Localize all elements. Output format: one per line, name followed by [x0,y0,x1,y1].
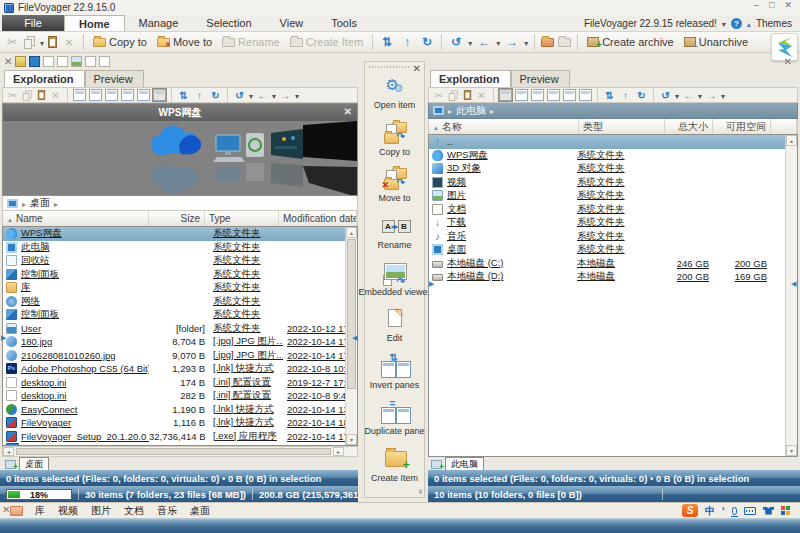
open-item-button[interactable]: ⚙⚙Open item [365,74,424,110]
scroll-thumb[interactable] [347,239,356,389]
locked-folder-icon[interactable] [558,38,571,47]
splitter-arrow-icon[interactable]: ◀ [791,280,796,288]
pane-cut-icon[interactable] [6,89,19,102]
file-row[interactable]: 桌面系统文件夹 [429,243,797,257]
pane-up-icon[interactable] [193,89,206,102]
breadcrumb-location[interactable]: 桌面 [30,196,50,210]
file-row[interactable]: ♪音乐系统文件夹 [429,230,797,244]
breadcrumb-location[interactable]: 此电脑 [456,104,486,118]
quick-link-4[interactable]: 音乐 [157,504,177,518]
header-date[interactable]: Modification date [279,211,357,226]
pane-forward-icon[interactable] [705,89,718,102]
view-tiles-icon[interactable] [515,89,528,101]
file-row[interactable]: FileVoyager_Setup_20.1.20.0_Full.exe32,7… [3,430,357,444]
maximize-button[interactable] [769,0,774,10]
file-row[interactable]: WPS网盘系统文件夹 [3,227,357,241]
quick-link-2[interactable]: 图片 [91,504,111,518]
file-row[interactable]: 本地磁盘 (C:)本地磁盘246 GB200 GB [429,257,797,271]
close-pane-icon[interactable] [784,56,792,67]
links-folder-icon[interactable] [10,506,23,516]
file-row[interactable]: 控制面板系统文件夹 [3,268,357,282]
back-caret-icon[interactable] [496,36,500,48]
copy-icon[interactable] [24,39,32,49]
help-icon[interactable]: ? [731,18,742,29]
pane-forward-icon[interactable] [279,89,292,102]
history-icon[interactable] [448,34,464,50]
move-to-button[interactable]: Move to [154,36,215,48]
preview-close-icon[interactable] [344,106,352,117]
pane-up-icon[interactable] [619,89,632,102]
copy-caret-icon[interactable] [40,36,44,48]
view-list-icon[interactable] [105,89,118,101]
hscroll-thumb[interactable] [16,448,331,455]
file-row[interactable]: 此电脑系统文件夹 [3,241,357,255]
blank-viewer-icon[interactable] [99,56,110,67]
file-row[interactable]: EasyConnect1,190 B[.lnk] 快捷方式2022-10-14 … [3,403,357,417]
view-columns-icon[interactable] [547,89,560,101]
view-coverflow-icon[interactable] [153,89,166,101]
tab-view[interactable]: View [266,15,318,31]
close-button[interactable] [784,0,792,10]
file-menu-button[interactable]: File [2,15,64,31]
file-row[interactable]: 本地磁盘 (D:)本地磁盘200 GB169 GB [429,270,797,284]
file-row[interactable]: 库系统文件夹 [3,281,357,295]
toolbar-grip[interactable] [369,64,410,71]
pane-history-caret-icon[interactable] [675,90,679,101]
file-row[interactable]: 图片系统文件夹 [429,189,797,203]
view-coverflow-icon[interactable] [579,89,592,101]
left-breadcrumb[interactable]: 桌面 [2,196,358,211]
pane-cut-icon[interactable] [432,89,445,102]
create-archive-button[interactable]: + Create archive [584,36,677,48]
pane-forward-caret-icon[interactable] [295,90,299,101]
file-row[interactable]: ↑.. [429,135,797,149]
minimize-button[interactable] [754,0,759,10]
pane-collapse-icon[interactable] [603,89,616,102]
file-row[interactable]: 控制面板系统文件夹 [3,308,357,322]
pane-refresh-icon[interactable] [209,89,222,102]
header-name[interactable]: 名称 [429,119,579,134]
sogou-logo-icon[interactable] [682,504,698,517]
file-row[interactable]: 网络系统文件夹 [3,295,357,309]
skin-icon[interactable] [763,507,774,515]
header-type[interactable]: Type [205,211,279,226]
splitter-arrow-icon[interactable]: ◀ [352,334,357,342]
tab-preview[interactable]: Preview [511,70,570,87]
invert-panes-button[interactable]: ⇅Invert panes [365,354,424,390]
tab-manage[interactable]: Manage [125,15,193,31]
hex-viewer-icon[interactable] [57,56,68,67]
collapse-tree-icon[interactable] [379,34,395,50]
header-total-size[interactable]: 总大小 [665,119,713,134]
announcement-caret-icon[interactable] [722,18,726,29]
pane-delete-icon[interactable] [475,89,488,102]
forward-icon[interactable] [504,34,520,50]
quick-link-0[interactable]: 库 [35,504,45,518]
tab-selection[interactable]: Selection [192,15,265,31]
quick-link-1[interactable]: 视频 [58,504,78,518]
file-row[interactable]: 210628081010260.jpg9,070 B[.jpg] JPG 图片.… [3,349,357,363]
zip-viewer-icon[interactable] [15,56,26,67]
scroll-right-icon[interactable] [333,447,344,456]
scroll-up-icon[interactable] [786,135,797,146]
keyboard-icon[interactable] [744,507,756,515]
header-size[interactable]: Size [149,211,205,226]
links-close-icon[interactable] [2,504,10,515]
tab-home[interactable]: Home [64,15,125,31]
microphone-icon[interactable] [732,507,737,515]
right-folder-tab[interactable]: 此电脑 [445,457,484,470]
embedded-viewer-button[interactable]: ↷Embedded viewer [365,261,424,297]
refresh-icon[interactable] [419,34,435,50]
pane-history-icon[interactable] [659,89,672,102]
left-folder-tab[interactable]: 桌面 [19,457,49,470]
forward-caret-icon[interactable] [524,36,528,48]
pane-back-caret-icon[interactable] [698,90,702,101]
pane-delete-icon[interactable] [49,89,62,102]
splitter-arrow-icon[interactable]: ▶ [1,334,6,342]
create-item-button[interactable]: +Create Item [365,447,424,483]
view-thumbnails-icon[interactable] [137,89,150,101]
pane-refresh-icon[interactable] [635,89,648,102]
go-up-icon[interactable] [399,34,415,50]
pane-collapse-icon[interactable] [177,89,190,102]
pane-back-icon[interactable] [682,89,695,102]
file-row[interactable]: User[folder]系统文件夹2022-10-12 17:1... [3,322,357,336]
scroll-down-icon[interactable] [786,445,797,456]
